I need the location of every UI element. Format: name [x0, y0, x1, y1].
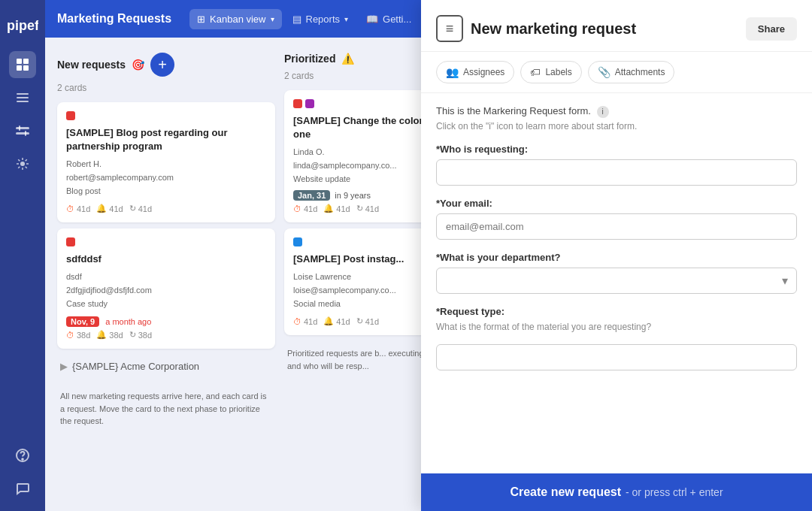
svg-rect-9	[16, 132, 29, 135]
svg-rect-8	[16, 127, 29, 129]
card-badge-clock: 🔔 41d	[323, 204, 350, 213]
tag-blue-icon	[293, 237, 302, 246]
field-input-email[interactable]	[436, 213, 797, 240]
share-button[interactable]: Share	[746, 17, 797, 41]
field-input-who[interactable]	[436, 159, 797, 186]
card-tags	[66, 237, 266, 246]
card-badges: Nov, 9 a month ago	[66, 316, 266, 327]
card-type: Case study	[66, 298, 266, 311]
nav-tabs: ⊞ Kanban view ▾ ▤ Reports ▾ 📖 Getti...	[189, 9, 419, 29]
svg-rect-1	[17, 59, 22, 64]
page-title: Marketing Requests	[57, 12, 171, 26]
column-count: 2 cards	[57, 83, 275, 93]
field-input-request-type[interactable]	[436, 344, 797, 370]
form-description: This is the Markering Request form. i	[436, 105, 797, 118]
modal-title-row: ≡ New marketing request	[436, 15, 636, 42]
column-title: Prioritized	[284, 53, 335, 65]
field-label-department: *What is your department?	[436, 252, 797, 263]
modal-meta-row: 👥 Assignees 🏷 Labels 📎 Attachments	[421, 52, 812, 93]
chevron-right-icon: ▶	[60, 361, 68, 372]
add-card-button[interactable]: +	[150, 53, 174, 77]
card-date-badge: Nov, 9	[66, 316, 99, 327]
tab-reports[interactable]: ▤ Reports ▾	[285, 9, 356, 29]
modal-form-body: This is the Markering Request form. i Cl…	[421, 93, 812, 473]
warning-icon: ⚠️	[341, 53, 354, 65]
labels-button[interactable]: 🏷 Labels	[520, 61, 581, 83]
attachments-icon: 📎	[598, 66, 611, 78]
modal-title: New marketing request	[471, 20, 636, 38]
card-badges: ⏱ 41d 🔔 41d ↻ 41d	[66, 204, 266, 213]
tag-red-icon	[293, 99, 302, 108]
info-icon[interactable]: i	[597, 106, 609, 118]
card-email: 2dfgjidjfiod@dsfjfd.com	[66, 284, 266, 298]
sidebar-item-inbox[interactable]	[9, 84, 36, 111]
new-request-modal: ≡ New marketing request Share 👥 Assignee…	[421, 0, 812, 511]
form-group-email: *Your email:	[436, 198, 797, 240]
card-badge-timer: ⏱ 38d	[66, 331, 90, 340]
collapsed-sample-card[interactable]: ▶ {SAMPLE} Acme Corporation	[57, 355, 275, 378]
modal-footer: Create new request - or press ctrl + ent…	[421, 473, 812, 511]
card-badge-timer: ⏱ 41d	[293, 317, 317, 326]
assignees-icon: 👥	[446, 66, 459, 78]
svg-rect-7	[17, 101, 29, 102]
field-label-request-type: *Request type:	[436, 306, 797, 317]
card-badge-refresh: ↻ 41d	[129, 204, 152, 213]
svg-point-14	[22, 458, 23, 460]
field-subtitle-request-type: What is the format of the material you a…	[436, 322, 797, 332]
card-badge-timer: ⏱ 41d	[66, 204, 90, 213]
column-footer: All new marketing requests arrive here, …	[57, 384, 275, 434]
sidebar-item-help[interactable]	[9, 442, 36, 469]
column-header-new-requests: New requests 🎯 +	[57, 50, 275, 83]
field-label-email: *Your email:	[436, 198, 797, 209]
tab-kanban[interactable]: ⊞ Kanban view ▾	[189, 9, 281, 29]
create-request-button[interactable]: Create new request - or press ctrl + ent…	[510, 485, 723, 499]
field-select-department[interactable]	[436, 268, 797, 294]
sidebar-item-pipes[interactable]	[9, 117, 36, 144]
tag-red-icon	[66, 237, 75, 246]
card-title: [SAMPLE] Blog post regarding our partner…	[66, 126, 266, 153]
attachments-button[interactable]: 📎 Attachments	[588, 61, 675, 83]
card-badge-clock: 🔔 38d	[96, 330, 123, 340]
card-meta: dsdf 2dfgjidjfiod@dsfjfd.com Case study	[66, 271, 266, 310]
document-icon: ≡	[436, 15, 463, 42]
card-tags	[66, 111, 266, 120]
assignees-button[interactable]: 👥 Assignees	[436, 61, 514, 83]
sidebar-item-automations[interactable]	[9, 150, 36, 177]
svg-point-12	[20, 162, 25, 166]
card-blog-post[interactable]: [SAMPLE] Blog post regarding our partner…	[57, 102, 275, 222]
kanban-arrow-icon: ▾	[271, 15, 274, 23]
tab-getting-started[interactable]: 📖 Getti...	[359, 9, 419, 29]
svg-rect-10	[19, 125, 20, 131]
sidebar-item-home[interactable]	[9, 51, 36, 78]
tag-purple-icon	[305, 99, 314, 108]
card-badge-refresh: ↻ 38d	[129, 330, 152, 340]
form-group-request-type: *Request type: What is the format of the…	[436, 306, 797, 370]
reports-icon: ▤	[292, 14, 301, 25]
create-button-label: Create new request	[510, 485, 621, 499]
svg-rect-4	[23, 65, 29, 71]
department-select-wrapper: ▾	[436, 268, 797, 294]
card-name: Robert H.	[66, 158, 266, 171]
card-badge-refresh: ↻ 41d	[356, 204, 379, 213]
card-date-ago: in 9 years	[335, 191, 371, 200]
svg-rect-5	[17, 93, 29, 95]
card-email: robert@samplecompany.com	[66, 171, 266, 185]
sidebar-item-chat[interactable]	[9, 475, 36, 502]
card-badge-clock: 🔔 41d	[323, 316, 350, 326]
kanban-icon: ⊞	[197, 14, 205, 25]
card-name: dsdf	[66, 271, 266, 284]
card-badge-timer: ⏱ 41d	[293, 204, 317, 213]
labels-icon: 🏷	[530, 66, 541, 78]
sidebar-bottom	[9, 442, 36, 502]
card-sdfddsf[interactable]: sdfddsf dsdf 2dfgjidjfiod@dsfjfd.com Cas…	[57, 228, 275, 349]
card-badge-refresh: ↻ 41d	[356, 316, 379, 326]
card-meta: Robert H. robert@samplecompany.com Blog …	[66, 158, 266, 198]
field-label-who: *Who is requesting:	[436, 144, 797, 155]
svg-rect-3	[17, 65, 22, 71]
card-title: sdfddsf	[66, 252, 266, 266]
form-group-department: *What is your department? ▾	[436, 252, 797, 294]
svg-rect-11	[25, 131, 26, 136]
sidebar: pipefy	[0, 0, 45, 511]
form-group-who: *Who is requesting:	[436, 144, 797, 186]
tag-red-icon	[66, 111, 75, 120]
